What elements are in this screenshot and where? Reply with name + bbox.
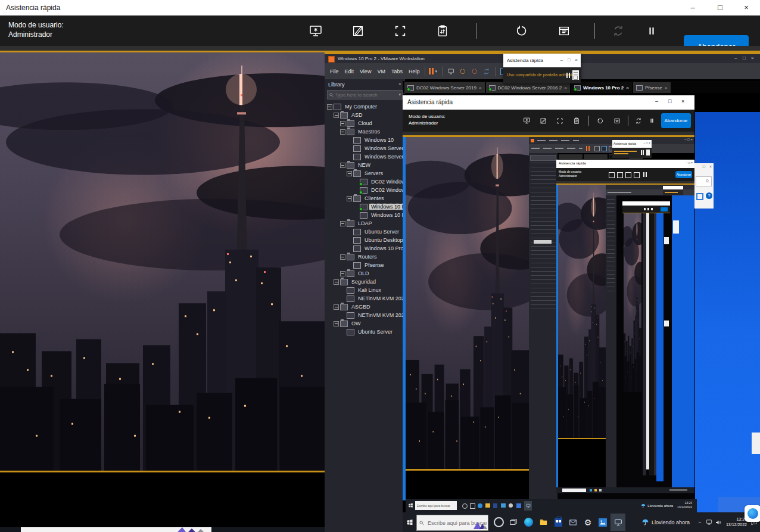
clock[interactable]: 13:2413/12/2022 — [677, 501, 692, 509]
tree-item[interactable]: LDAP — [326, 219, 404, 228]
tree-item[interactable]: OW — [326, 319, 404, 328]
expand-toggle-icon[interactable] — [347, 146, 352, 151]
expand-toggle-icon[interactable] — [334, 279, 339, 285]
expand-toggle-icon[interactable] — [353, 213, 359, 218]
annotate-button[interactable] — [344, 15, 372, 46]
tree-item[interactable]: Ubuntu Server — [326, 228, 404, 236]
tree-item[interactable]: Windows Server 2016 — [326, 153, 404, 161]
menu-item[interactable]: VM — [374, 69, 388, 74]
expand-toggle-icon[interactable] — [347, 263, 352, 268]
tab-close-icon[interactable]: × — [665, 85, 668, 91]
vm-tab[interactable] — [559, 154, 583, 159]
tree-item[interactable]: Ubuntu Desktop 22.04 — [326, 236, 404, 244]
suspend-vm-button[interactable] — [586, 146, 590, 151]
menu-item[interactable]: Help — [406, 69, 423, 74]
instructions-button[interactable] — [569, 110, 584, 132]
photos-button[interactable] — [596, 512, 609, 532]
help-icon[interactable]: ? — [706, 192, 712, 199]
app-icon[interactable] — [696, 193, 703, 200]
reconnect-button[interactable] — [631, 110, 646, 132]
expand-toggle-icon[interactable] — [327, 104, 332, 110]
vm-tab[interactable]: DC02 Windows Server 2016 2 × — [486, 82, 570, 93]
file-explorer-icon[interactable] — [485, 503, 490, 508]
fit-screen-button[interactable] — [553, 110, 567, 132]
close-button[interactable]: × — [733, 0, 760, 15]
manage-snapshots-icon[interactable] — [482, 67, 491, 76]
expand-toggle-icon[interactable] — [353, 179, 359, 185]
abandon-button[interactable]: Abandonar — [661, 113, 691, 128]
tree-item[interactable]: NETinVM KVM 2020-07-15 — [326, 294, 404, 303]
expand-toggle-icon[interactable] — [347, 171, 352, 176]
maximize-button[interactable]: □ — [568, 57, 571, 63]
library-close-icon[interactable]: × — [398, 81, 401, 86]
store-icon[interactable] — [493, 503, 497, 508]
vm-tab[interactable]: Windows 10 Pro 2 × — [571, 82, 632, 93]
library-search-input[interactable] — [334, 92, 398, 98]
minimize-button[interactable]: – — [655, 98, 658, 104]
restart-button[interactable] — [507, 15, 536, 46]
tree-item[interactable]: My Computer — [326, 102, 404, 111]
display-tray-icon[interactable] — [706, 512, 712, 532]
photos-icon[interactable] — [516, 503, 521, 508]
tab-close-icon[interactable]: × — [479, 85, 482, 91]
vmware-minimize-button[interactable]: – — [734, 55, 737, 61]
select-monitor-button[interactable] — [519, 110, 534, 132]
tree-item[interactable]: Maestros — [326, 127, 404, 136]
maximize-button[interactable]: □ — [706, 0, 734, 15]
expand-toggle-icon[interactable] — [340, 221, 345, 226]
vm-tab[interactable]: Pfsense × — [633, 82, 671, 93]
close-button[interactable]: × — [709, 164, 712, 169]
edge-icon[interactable] — [478, 503, 482, 508]
tree-item[interactable]: Windows Server 2019 — [326, 144, 404, 153]
tab-close-icon[interactable]: × — [626, 85, 629, 91]
vm-console[interactable]: □ × ? Asistencia rápida – □ × Modo — [403, 94, 760, 532]
take-snapshot-icon[interactable] — [459, 67, 467, 76]
close-button[interactable]: × — [681, 98, 684, 104]
tree-item[interactable]: ASGBD — [326, 303, 404, 311]
pause-icon[interactable] — [569, 73, 570, 78]
menu-item[interactable]: Tabs — [388, 69, 406, 74]
expand-toggle-icon[interactable] — [347, 196, 352, 201]
expand-toggle-icon[interactable] — [340, 254, 345, 260]
tree-item[interactable]: DC02 Windows Server 2019 — [326, 186, 404, 194]
mail-button[interactable] — [566, 512, 580, 532]
annotate-button[interactable] — [536, 110, 550, 132]
quick-assist-taskbar-button[interactable] — [524, 501, 532, 511]
search-field[interactable] — [696, 176, 712, 186]
vm-tab[interactable]: DC02 Windows Server 2019 × — [404, 82, 485, 93]
vm-tab[interactable] — [584, 154, 608, 159]
maximize-button[interactable]: □ — [703, 164, 705, 169]
hidden-icons-button[interactable] — [697, 512, 703, 532]
expand-toggle-icon[interactable] — [347, 138, 352, 143]
maximize-button[interactable]: □ — [668, 98, 671, 104]
expand-toggle-icon[interactable] — [340, 163, 345, 168]
tree-item[interactable]: NETinVM KVM 2020-07-15 — [326, 311, 404, 319]
expand-toggle-icon[interactable] — [353, 188, 359, 193]
menu-item[interactable]: Edit — [342, 69, 357, 74]
expand-toggle-icon[interactable] — [334, 113, 339, 118]
send-ctrl-alt-del-icon[interactable] — [447, 67, 455, 76]
expand-toggle-icon[interactable] — [347, 229, 352, 235]
menu-item[interactable]: File — [327, 69, 342, 74]
tab-close-icon[interactable]: × — [564, 85, 567, 91]
taskbar-search[interactable] — [416, 515, 488, 531]
store-button[interactable] — [552, 512, 565, 532]
tree-item[interactable]: Pfsense — [326, 261, 404, 269]
expand-toggle-icon[interactable] — [347, 238, 352, 243]
weather-widget[interactable]: Lloviendo ahora — [641, 512, 690, 532]
expand-toggle-icon[interactable] — [347, 246, 352, 251]
abandon-button[interactable]: Abandonar — [675, 171, 692, 178]
clock[interactable]: 13:2413/12/2022 — [726, 517, 747, 527]
expand-toggle-icon[interactable] — [340, 121, 345, 126]
expand-toggle-icon[interactable] — [340, 271, 345, 276]
tree-item[interactable]: Windows 10 Pro 4 — [326, 244, 404, 253]
expand-toggle-icon[interactable] — [334, 304, 339, 310]
close-button[interactable]: × — [575, 57, 578, 63]
settings-button[interactable]: ⚙ — [581, 512, 594, 532]
opera-icon[interactable] — [462, 503, 468, 509]
tree-item[interactable]: Windows 10 Pro 3 — [326, 211, 404, 219]
select-monitor-button[interactable] — [301, 15, 330, 46]
tree-item[interactable]: Routers — [326, 253, 404, 261]
instructions-button[interactable] — [428, 15, 457, 46]
opera-button[interactable] — [492, 512, 505, 532]
